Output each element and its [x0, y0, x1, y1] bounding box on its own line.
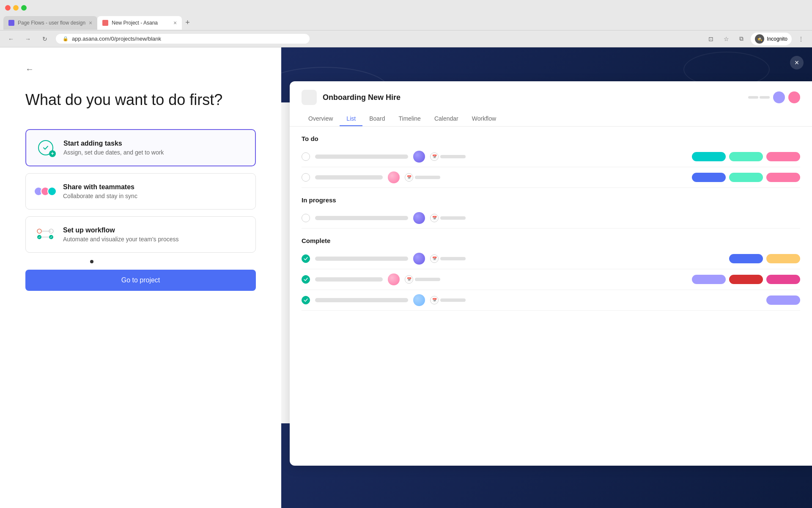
reload-button[interactable]: ↻: [39, 33, 51, 45]
share-teammates-title: Share with teammates: [63, 183, 137, 191]
tab-page-flows-label: Page Flows - user flow design: [18, 20, 85, 26]
start-tasks-desc: Assign, set due dates, and get to work: [63, 149, 164, 156]
set-workflow-desc: Automate and visualize your team's proce…: [63, 236, 178, 243]
incognito-label: Incognito: [767, 36, 787, 42]
svg-text:✓: ✓: [50, 235, 53, 239]
bookmark-icon[interactable]: ☆: [720, 33, 732, 45]
tag-teal-light-2: [729, 173, 763, 182]
url-bar[interactable]: 🔒 app.asana.com/0/projects/new/blank: [56, 34, 310, 44]
task-checkbox-2[interactable]: [302, 173, 310, 182]
share-teammates-icon: [36, 182, 55, 201]
task-title-bar-1: [315, 155, 408, 159]
tab-close-asana[interactable]: ×: [173, 19, 177, 26]
browser-chrome: Page Flows - user flow design × New Proj…: [0, 0, 812, 47]
back-button[interactable]: ←: [25, 64, 34, 74]
right-panel: × Onboarding New Hire: [281, 47, 812, 508]
tab-close-pf[interactable]: ×: [89, 19, 92, 26]
minimize-button[interactable]: [13, 5, 19, 11]
task-checkbox-4[interactable]: [302, 254, 310, 263]
option-start-tasks[interactable]: + Start adding tasks Assign, set due dat…: [25, 129, 256, 166]
date-bar-3: [440, 216, 466, 220]
calendar-icon-3: 📅: [430, 214, 439, 222]
option-share-teammates[interactable]: Share with teammates Collaborate and sta…: [25, 173, 256, 210]
tab-overview[interactable]: Overview: [302, 112, 340, 126]
table-row: 📅: [302, 290, 800, 311]
date-bar-6: [440, 298, 466, 302]
tab-timeline[interactable]: Timeline: [392, 112, 428, 126]
forward-nav-button[interactable]: →: [22, 33, 34, 45]
tab-asana[interactable]: New Project - Asana ×: [97, 16, 182, 30]
browser-icons: ⊡ ☆ ⧉ 🕵 Incognito ⋮: [705, 33, 807, 45]
project-icon: [302, 90, 317, 105]
start-tasks-text: Start adding tasks Assign, set due dates…: [63, 140, 164, 156]
task-checkbox-3[interactable]: [302, 214, 310, 222]
tab-bar: Page Flows - user flow design × New Proj…: [0, 15, 812, 30]
task-date-4: 📅: [430, 254, 466, 263]
traffic-lights: [5, 5, 27, 11]
project-header: Onboarding New Hire Overview List Board: [290, 81, 812, 127]
calendar-icon-1: 📅: [430, 152, 439, 161]
tag-teal-light-1: [729, 152, 763, 161]
calendar-icon-4: 📅: [430, 254, 439, 263]
task-tags-1: [692, 152, 800, 161]
table-row: 📅: [302, 248, 800, 269]
new-tab-button[interactable]: +: [182, 18, 193, 27]
tab-workflow[interactable]: Workflow: [465, 112, 503, 126]
tag-blue-1: [692, 173, 726, 182]
date-bar-1: [440, 155, 466, 158]
task-title-bar-4: [315, 257, 408, 261]
tag-teal-1: [692, 152, 726, 161]
table-row: 📅: [302, 146, 800, 167]
svg-point-0: [37, 229, 41, 233]
tab-calendar[interactable]: Calendar: [428, 112, 465, 126]
task-assignee-6: [413, 294, 425, 306]
maximize-button[interactable]: [21, 5, 27, 11]
tab-page-flows[interactable]: Page Flows - user flow design ×: [3, 16, 97, 30]
project-tabs: Overview List Board Timeline Calendar Wo…: [302, 112, 800, 126]
task-tags-6: [729, 295, 800, 305]
table-row: 📅: [302, 269, 800, 290]
tag-red-1: [729, 275, 763, 284]
page-title: What do you want to do first?: [25, 91, 256, 109]
share-teammates-text: Share with teammates Collaborate and sta…: [63, 183, 137, 199]
date-bar-5: [415, 278, 440, 281]
address-bar: ← → ↻ 🔒 app.asana.com/0/projects/new/bla…: [0, 30, 812, 47]
task-checkbox-5[interactable]: [302, 275, 310, 284]
close-button[interactable]: [5, 5, 11, 11]
section-complete: Complete: [302, 229, 800, 248]
option-set-workflow[interactable]: ✓ ✓ Set up workflow Automate and visuali…: [25, 216, 256, 253]
project-title-row: Onboarding New Hire: [302, 90, 800, 105]
task-title-bar-2: [315, 175, 383, 179]
tab-board[interactable]: Board: [362, 112, 392, 126]
tag-hotpink-1: [766, 275, 800, 284]
tab-list[interactable]: List: [340, 112, 362, 126]
tag-purple-2: [766, 295, 800, 305]
incognito-button[interactable]: 🕵 Incognito: [751, 33, 792, 45]
tag-pink-2: [766, 173, 800, 182]
tag-yellow-1: [766, 254, 800, 263]
task-date-2: 📅: [405, 173, 440, 182]
section-inprogress: In progress: [302, 188, 800, 208]
go-to-project-button[interactable]: Go to project: [25, 270, 256, 291]
task-checkbox-6[interactable]: [302, 296, 310, 304]
extensions-icon[interactable]: ⧉: [735, 33, 747, 45]
set-workflow-title: Set up workflow: [63, 226, 178, 234]
title-bar: [0, 0, 812, 15]
main-content: ← What do you want to do first? + Start …: [0, 47, 812, 508]
back-nav-button[interactable]: ←: [5, 33, 17, 45]
task-assignee-1: [413, 151, 425, 163]
tab-favicon-pf: [8, 20, 14, 26]
cast-icon[interactable]: ⊡: [705, 33, 717, 45]
close-button[interactable]: ×: [790, 56, 804, 69]
task-assignee-3: [413, 212, 425, 224]
menu-icon[interactable]: ⋮: [795, 33, 807, 45]
header-dots: [748, 96, 770, 99]
lock-icon: 🔒: [63, 36, 69, 41]
task-checkbox-1[interactable]: [302, 152, 310, 161]
tab-favicon-asana: [102, 20, 108, 26]
task-list: To do 📅: [290, 127, 812, 466]
start-tasks-icon: +: [36, 138, 55, 157]
section-todo: To do: [302, 127, 800, 146]
header-avatar-2: [788, 91, 800, 103]
task-date-1: 📅: [430, 152, 466, 161]
